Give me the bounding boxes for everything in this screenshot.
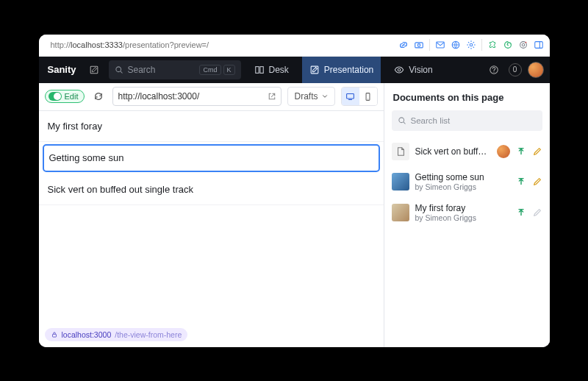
chevron-down-icon [321,93,329,100]
globe-icon[interactable] [451,40,461,50]
global-search[interactable]: Search CmdK [109,60,241,79]
refresh-button[interactable] [90,88,107,104]
svg-line-28 [403,121,405,124]
browser-chrome: http://localhost:3333/presentation?previ… [39,35,550,57]
preview-item[interactable]: Sick vert on buffed out single track [39,174,384,205]
user-avatar[interactable] [528,62,544,78]
lock-icon [51,331,58,338]
document-text: My first foray by Simeon Griggs [415,203,510,222]
gear-icon[interactable] [466,40,476,50]
svg-rect-13 [90,66,98,74]
publish-icon[interactable] [516,207,526,218]
edit-icon [532,207,542,218]
document-icon [392,143,409,160]
camera-icon[interactable] [414,40,424,50]
toggle-knob [49,92,62,101]
app-window: http://localhost:3333/presentation?previ… [39,35,550,347]
device-desktop[interactable] [342,88,359,105]
preview-toolbar: Edit http://localhost:3000/ Drafts [39,83,384,111]
svg-rect-17 [259,66,262,73]
search-kbd: CmdK [199,65,234,75]
presentation-icon [309,65,320,75]
document-row[interactable]: My first foray by Simeon Griggs [384,197,550,228]
panel-icon[interactable] [534,40,544,50]
brand: Sanity [45,64,79,75]
vision-icon [394,65,404,75]
preview-item[interactable]: My first foray [39,111,384,142]
svg-point-25 [368,99,368,99]
svg-point-10 [525,42,526,43]
document-thumbnail [392,173,409,190]
tab-desk[interactable]: Desk [247,57,296,83]
compose-icon[interactable] [85,61,103,79]
puzzle-icon[interactable] [487,40,498,50]
svg-rect-18 [311,66,318,74]
svg-point-21 [493,71,494,72]
app-topbar: Sanity Search CmdK Desk Presentation Vis… [39,57,550,83]
target-icon[interactable] [518,40,528,50]
svg-point-9 [522,43,525,46]
svg-rect-16 [255,66,258,73]
svg-rect-26 [52,334,56,337]
preview-item-selected[interactable]: Getting some sun [43,145,379,171]
svg-point-19 [398,68,401,71]
perspective-select[interactable]: Drafts [287,87,334,106]
edit-icon[interactable] [532,146,542,157]
notification-count[interactable]: 0 [509,63,522,76]
device-switcher [341,87,378,106]
device-mobile[interactable] [359,88,377,105]
document-text: Sick vert on buffed... [415,146,491,157]
swirl-icon[interactable] [503,40,513,50]
mail-icon[interactable] [435,40,445,50]
publish-icon[interactable] [516,146,526,157]
document-text: Getting some sun by Simeon Griggs [415,172,510,191]
publish-icon[interactable] [516,177,526,187]
svg-point-7 [470,43,473,46]
document-thumbnail [392,204,409,221]
documents-heading: Documents on this page [384,83,550,110]
svg-rect-22 [347,93,354,99]
documents-search[interactable]: Search list [392,110,542,131]
preview-url-input[interactable]: http://localhost:3000/ [112,87,282,106]
preview-panel: Edit http://localhost:3000/ Drafts [39,83,384,347]
help-icon[interactable] [485,61,503,79]
document-row[interactable]: Getting some sun by Simeon Griggs [384,166,550,197]
svg-point-4 [417,44,420,47]
tab-vision[interactable]: Vision [387,57,440,83]
edit-icon[interactable] [532,177,542,187]
documents-panel: Documents on this page Search list Sick … [384,83,550,347]
search-icon [398,116,406,125]
svg-rect-11 [534,42,542,49]
search-icon [115,65,123,74]
svg-point-27 [398,117,404,122]
browser-url[interactable]: http://localhost:3333/presentation?previ… [51,40,392,50]
document-row[interactable]: Sick vert on buffed... [384,137,550,166]
svg-line-15 [120,71,122,73]
overlay-route-pill[interactable]: localhost:3000/the-view-from-here [45,328,188,341]
editor-avatar [497,145,510,158]
edit-toggle[interactable]: Edit [45,90,85,103]
main-area: Edit http://localhost:3000/ Drafts [39,83,550,347]
tab-presentation[interactable]: Presentation [302,57,381,83]
link-icon[interactable] [398,40,409,50]
preview-iframe: My first foray Getting some sun Sick ver… [39,111,384,347]
browser-chrome-icons [398,39,544,51]
search-placeholder: Search [128,65,156,75]
svg-rect-3 [415,43,423,48]
svg-point-14 [115,66,121,71]
desk-icon [254,65,265,75]
open-external-icon[interactable] [268,92,276,101]
